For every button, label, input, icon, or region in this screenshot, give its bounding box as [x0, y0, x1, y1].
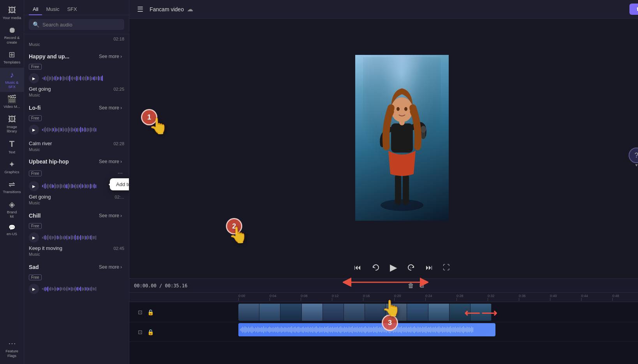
- skip-back-button[interactable]: ⏮: [352, 262, 363, 273]
- svg-point-6: [421, 126, 426, 133]
- video-clips-strip: [238, 304, 492, 321]
- list-item[interactable]: Free ▶: [24, 113, 129, 138]
- play-button[interactable]: ▶: [29, 232, 39, 243]
- play-button[interactable]: ▶: [29, 284, 39, 294]
- play-button[interactable]: ▶: [29, 73, 39, 83]
- sidebar-item-feature-flags[interactable]: ⋯ FeatureFlags: [0, 336, 24, 361]
- sidebar-item-templates[interactable]: ⊞ Templates: [0, 47, 24, 67]
- singer-figure: [363, 57, 441, 221]
- text-icon: T: [9, 140, 14, 148]
- top-bar: ☰ Fancam video ☁ ⬆ Export ▾: [129, 0, 638, 19]
- play-button[interactable]: ▶: [29, 181, 39, 191]
- svg-point-8: [391, 97, 413, 122]
- video-clip[interactable]: [259, 304, 280, 321]
- see-more-upbeat-button[interactable]: See more ›: [97, 158, 124, 165]
- svg-text:5: 5: [410, 267, 411, 269]
- free-badge: Free: [29, 64, 42, 70]
- play-button[interactable]: ▶: [29, 125, 39, 135]
- track-mute-button[interactable]: ⊡: [137, 328, 143, 336]
- section-upbeat-hip-hop: Upbeat hip-hop See more ›: [24, 154, 129, 167]
- svg-rect-2: [395, 174, 401, 205]
- tab-all[interactable]: All: [29, 4, 42, 15]
- svg-point-10: [404, 107, 407, 111]
- waveform: [42, 73, 124, 84]
- free-badge: Free: [29, 274, 42, 280]
- more-options-button[interactable]: ···: [116, 169, 124, 178]
- lang-icon: 💬: [9, 225, 15, 230]
- tab-sfx[interactable]: SFX: [63, 4, 81, 15]
- templates-icon: ⊞: [9, 51, 15, 58]
- brand-kit-icon: ◈: [9, 200, 15, 208]
- chevron-right-icon: ›: [120, 264, 122, 270]
- waveform: [42, 283, 124, 294]
- sidebar-item-transitions[interactable]: ⇌ Transitions: [0, 177, 24, 197]
- forward-5s-button[interactable]: 5: [405, 262, 417, 273]
- section-title: Sad: [29, 264, 39, 270]
- section-happy-and-up: Happy and up... Fancam video See more ›: [24, 49, 129, 62]
- fullscreen-button[interactable]: ⛶: [441, 262, 451, 273]
- video-frame: [355, 55, 449, 221]
- section-lo-fi: Lo-fi See more ›: [24, 100, 129, 113]
- section-sad: Sad See more ›: [24, 260, 129, 272]
- help-button[interactable]: ?: [629, 148, 638, 163]
- see-more-sad-button[interactable]: See more ›: [97, 264, 124, 271]
- video-clip[interactable]: [428, 304, 449, 321]
- music-icon: ♪: [10, 71, 14, 79]
- export-button[interactable]: ⬆ Export ▾: [629, 4, 638, 15]
- section-chill: Chill See more ›: [24, 208, 129, 221]
- video-clip[interactable]: [407, 304, 428, 321]
- sidebar-item-text[interactable]: T Text: [0, 137, 24, 157]
- see-more-lofi-button[interactable]: See more ›: [97, 104, 124, 111]
- search-input[interactable]: [42, 22, 120, 28]
- video-clip[interactable]: [344, 304, 365, 321]
- trim-arrow-indicator: [343, 273, 428, 292]
- tutorial-cursor2: 👆: [229, 226, 248, 244]
- graphics-icon: ✦: [9, 160, 15, 168]
- list-item[interactable]: Free ▶: [24, 272, 129, 297]
- sidebar-item-graphics[interactable]: ✦ Graphics: [0, 157, 24, 177]
- sidebar-item-label: Transitions: [3, 190, 21, 194]
- sidebar-item-label: Templates: [4, 60, 20, 64]
- left-sidebar: 🖼 Your media ⏺ Record &create ⊞ Template…: [0, 0, 24, 364]
- tab-music[interactable]: Music: [42, 4, 63, 15]
- sidebar-item-video-m[interactable]: 🎬 Video M...: [0, 92, 24, 112]
- sidebar-item-brand-kit[interactable]: ◈ Brandkit: [0, 197, 24, 222]
- see-more-happy-button[interactable]: Fancam video See more ›: [97, 53, 124, 60]
- video-track-content[interactable]: ⟵ ⟶: [238, 302, 638, 322]
- help-dropdown-indicator[interactable]: ▾: [629, 162, 638, 168]
- search-icon: 🔍: [33, 21, 39, 28]
- list-item[interactable]: Free ··· ▶ Get going 02:... Music Add to…: [24, 167, 129, 208]
- video-clip[interactable]: [302, 304, 323, 321]
- svg-rect-3: [403, 174, 409, 205]
- music-track-content[interactable]: T GROOVY: [238, 322, 638, 341]
- music-waveform-block[interactable]: [238, 323, 495, 336]
- video-clip[interactable]: [280, 304, 301, 321]
- music-panel: All Music SFX 🔍 02:18 Music Happy and up…: [24, 0, 129, 364]
- chevron-right-icon: ›: [120, 54, 122, 59]
- tutorial-cursor1: 👆: [149, 117, 168, 135]
- list-item[interactable]: Free ▶ Keep it moving 02:45 Music: [24, 221, 129, 260]
- track-mute-button[interactable]: ⊡: [137, 308, 143, 316]
- video-icon: 🎬: [7, 95, 17, 103]
- video-clip[interactable]: [238, 304, 259, 321]
- track-lock-button[interactable]: 🔒: [146, 328, 155, 336]
- rewind-5s-button[interactable]: 5: [370, 262, 381, 273]
- record-icon: ⏺: [8, 26, 16, 34]
- hamburger-button[interactable]: ☰: [136, 4, 145, 15]
- cloud-icon: ☁: [187, 5, 193, 13]
- your-media-icon: 🖼: [8, 6, 16, 14]
- sidebar-item-en-us[interactable]: 💬 en-US: [0, 222, 24, 239]
- list-item[interactable]: Calm river 02:28 Music: [24, 138, 129, 154]
- sidebar-item-image-library[interactable]: 🖼 Imagelibrary: [0, 112, 24, 137]
- skip-forward-button[interactable]: ⏭: [424, 262, 434, 273]
- see-more-chill-button[interactable]: See more ›: [97, 212, 124, 219]
- video-clip[interactable]: [323, 304, 344, 321]
- sidebar-item-music-sfx[interactable]: ♪ Music & SFX: [0, 68, 24, 92]
- section-title: Chill: [29, 213, 41, 219]
- sidebar-item-your-media[interactable]: 🖼 Your media: [0, 3, 24, 23]
- sidebar-item-record-create[interactable]: ⏺ Record &create: [0, 23, 24, 47]
- svg-point-1: [381, 199, 423, 211]
- track-lock-button[interactable]: 🔒: [146, 308, 155, 316]
- add-to-timeline-popup[interactable]: Add to timeline: [110, 178, 129, 190]
- list-item[interactable]: Free ▶ Get going 02:25 Music: [24, 62, 129, 100]
